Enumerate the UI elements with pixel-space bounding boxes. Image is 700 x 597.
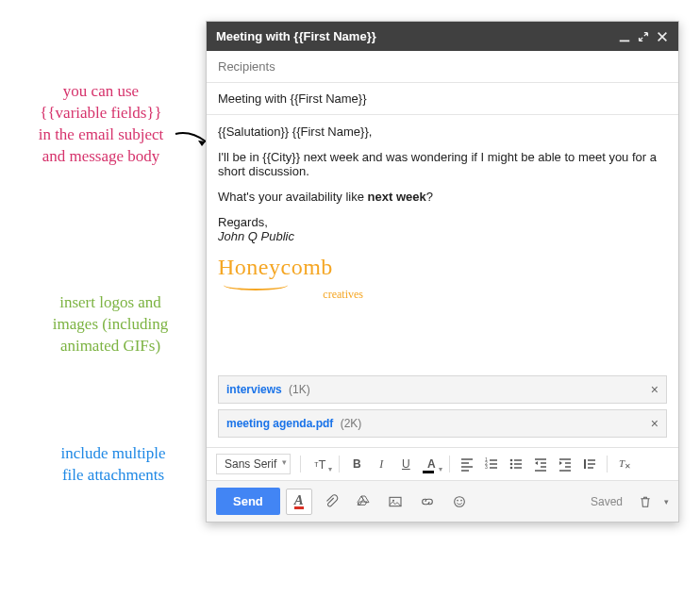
compose-window: Meeting with {{First Name}} Recipients M… <box>206 21 679 522</box>
window-title: Meeting with {{First Name}} <box>216 29 376 43</box>
svg-text:3: 3 <box>485 464 488 470</box>
attachment-item[interactable]: interviews (1K) × <box>218 375 667 404</box>
annotation-variable-fields: you can use {{variable fields}} in the e… <box>6 81 196 168</box>
body-greeting: {{Salutation}} {{First Name}}, <box>218 124 667 139</box>
attach-file-button[interactable] <box>318 489 344 515</box>
font-size-select[interactable]: тT <box>307 452 333 476</box>
indent-more-button[interactable] <box>554 452 576 476</box>
svg-rect-0 <box>620 40 630 41</box>
attachment-remove-icon[interactable]: × <box>651 382 658 397</box>
inline-logo: Honeycomb creatives <box>218 255 369 302</box>
text-color-button[interactable]: A <box>419 452 443 476</box>
titlebar: Meeting with {{First Name}} <box>207 22 678 51</box>
svg-point-13 <box>460 499 462 501</box>
svg-point-10 <box>392 499 394 501</box>
attachment-name: interviews <box>226 383 282 396</box>
formatting-options-button[interactable]: A <box>286 489 312 515</box>
body-paragraph-2: What's your availability like next week? <box>218 190 667 204</box>
subject-field[interactable]: Meeting with {{First Name}} <box>207 83 678 115</box>
italic-button[interactable]: I <box>370 452 392 476</box>
bullet-list-button[interactable] <box>505 452 527 476</box>
attachment-size: (2K) <box>341 417 362 430</box>
minimize-icon[interactable] <box>618 30 631 43</box>
close-icon[interactable] <box>656 30 669 43</box>
insert-emoji-button[interactable] <box>446 489 473 515</box>
saved-indicator: Saved <box>591 495 623 508</box>
annotation-logos-images: insert logos and images (including anima… <box>21 292 200 357</box>
underline-button[interactable]: U <box>394 452 417 476</box>
svg-point-6 <box>510 467 513 470</box>
attachment-item[interactable]: meeting agenda.pdf (2K) × <box>218 409 667 438</box>
svg-text:✕: ✕ <box>625 462 631 471</box>
action-bar: Send A Saved ▾ <box>207 480 678 522</box>
indent-less-button[interactable] <box>529 452 552 476</box>
svg-point-4 <box>510 459 513 462</box>
bold-button[interactable]: B <box>345 452 368 476</box>
align-button[interactable] <box>456 452 478 476</box>
send-button[interactable]: Send <box>216 488 280 515</box>
formatting-toolbar: Sans Serif тT B I U A 123 T✕ <box>207 447 678 480</box>
font-family-select[interactable]: Sans Serif <box>216 454 291 474</box>
insert-link-button[interactable] <box>414 489 441 515</box>
body-paragraph-1: I'll be in {{City}} next week and was wo… <box>218 150 667 178</box>
insert-drive-button[interactable] <box>350 489 376 515</box>
signature: Regards, John Q Public <box>218 215 667 243</box>
more-options-button[interactable]: ▾ <box>664 497 669 506</box>
recipients-field[interactable]: Recipients <box>207 51 678 83</box>
attachment-remove-icon[interactable]: × <box>651 416 658 431</box>
attachment-name: meeting agenda.pdf <box>226 417 333 430</box>
svg-point-5 <box>510 463 513 466</box>
insert-photo-button[interactable] <box>382 489 408 515</box>
expand-icon[interactable] <box>637 30 650 43</box>
discard-button[interactable] <box>632 489 658 515</box>
remove-formatting-button[interactable]: T✕ <box>613 452 636 476</box>
svg-point-12 <box>457 499 458 501</box>
numbered-list-button[interactable]: 123 <box>480 452 503 476</box>
svg-point-11 <box>454 496 464 506</box>
message-body[interactable]: {{Salutation}} {{First Name}}, I'll be i… <box>207 115 678 370</box>
attachment-size: (1K) <box>289 383 310 396</box>
annotation-attachments: include multiple file attachments <box>28 443 198 487</box>
quote-button[interactable] <box>578 452 601 476</box>
